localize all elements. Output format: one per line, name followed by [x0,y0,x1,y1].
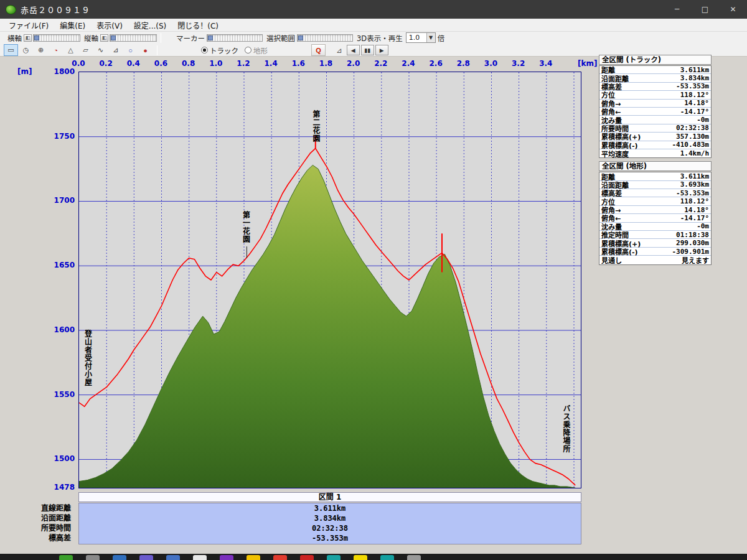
radio-track-radio[interactable] [201,47,208,54]
area-icon: ▱ [83,46,88,54]
menu-item-e[interactable]: 編集(E) [54,19,91,32]
taskbar-icon[interactable] [327,555,341,560]
stats-value: -14.17° [680,108,709,116]
taskbar-icon[interactable] [273,555,287,560]
taskbar-icon[interactable] [247,555,260,560]
speed-select[interactable]: 1.0 ▼ [406,32,436,43]
chart-annotation: 第一花園 [241,211,250,243]
taskbar-icon[interactable] [193,555,207,560]
menu-item-s[interactable]: 設定...(S) [128,19,172,32]
stats-value: 3.611km [680,172,709,180]
elevation-profile-plot[interactable] [78,72,581,488]
wave-button[interactable]: ∿ [93,44,108,56]
haxis-mini-icon[interactable]: ◧ [24,34,32,42]
stats-label: 見通し [601,255,622,265]
stats-value: 14.18° [684,99,709,107]
app-window: 赤岳２００９１９ ─ □ ✕ ファイル(F)編集(E)表示(V)設定...(S)… [0,0,747,560]
vaxis-label: 縦軸 [84,33,98,43]
y-tick-label: 1800 [36,67,75,76]
stats-value: -0m [697,116,709,124]
stamp-button[interactable]: ● [138,44,153,56]
stats-value: 01:18:38 [676,231,709,239]
y-tick-label: 1600 [36,325,75,334]
clock-button[interactable]: ◷ [19,44,33,56]
play-button[interactable]: ▶ [375,45,388,55]
menu-item-c[interactable]: 閉じる！(C) [172,19,224,32]
taskbar-icon[interactable] [220,555,233,560]
title-bar: 赤岳２００９１９ ─ □ ✕ [0,0,747,19]
side-panel: 全区間 (トラック) 距離3.611km沿面距離3.834km標高差-53.35… [599,55,712,553]
x-tick-label: 1.6 [289,59,308,68]
app-icon [6,5,16,14]
compass-icon: ⊕ [38,46,44,54]
pie-button[interactable]: ◔ [49,44,63,56]
x-tick-label: 2.4 [399,59,418,68]
chevron-down-icon[interactable]: ▼ [426,33,435,42]
menu-bar: ファイル(F)編集(E)表示(V)設定...(S)閉じる！(C) [0,19,747,32]
profile-button[interactable]: △ [63,44,78,56]
radio-terrain-radio[interactable] [245,47,251,54]
x-unit-label: [km] [578,59,597,68]
elevation-profile-svg[interactable] [79,72,581,488]
close-button[interactable]: ✕ [719,0,747,19]
y-tick-label: 1478 [36,483,75,492]
minimize-button[interactable]: ─ [663,0,691,19]
taskbar-icon[interactable] [139,555,153,560]
maximize-button[interactable]: □ [691,0,719,19]
speed-value: 1.0 [406,34,426,42]
taskbar-icon[interactable] [166,555,180,560]
marker-erase-button[interactable]: Q [311,44,326,56]
stats-value: 14.18° [684,206,709,214]
taskbar[interactable] [0,554,747,560]
x-tick-label: 3.4 [537,59,555,68]
x-tick-label: 0.2 [96,59,115,68]
x-tick-label: 2.2 [372,59,390,68]
clock-icon: ◷ [23,46,29,54]
stats-row: 標高差-53.353m [599,83,711,91]
stats-value: 118.12° [680,91,709,99]
taskbar-icon[interactable] [354,555,367,560]
x-tick-label: 1.0 [207,59,225,68]
taskbar-icon[interactable] [300,555,314,560]
drop-icon: ○ [128,47,133,54]
track-panel-title: 全区間 (トラック) [599,55,712,65]
slope-icon: ⊿ [113,46,118,54]
drop-button[interactable]: ○ [123,44,138,56]
taskbar-icon[interactable] [86,555,100,560]
marker-slider[interactable] [207,34,263,42]
section-value: 3.611km [79,503,581,513]
selection-slider[interactable] [297,34,353,42]
taskbar-icon[interactable] [407,555,421,560]
step-back-button[interactable]: ◀ [347,45,360,55]
taskbar-icon[interactable] [380,555,394,560]
vaxis-slider[interactable] [110,34,157,42]
menu-item-f[interactable]: ファイル(F) [3,19,54,32]
x-tick-label: 0.4 [124,59,143,68]
section-label: 所要時間 [1,523,71,533]
taskbar-icon[interactable] [113,555,126,560]
haxis-slider[interactable] [33,34,80,42]
section-header: 区間 1 [78,492,581,502]
window-title: 赤岳２００９１９ [21,4,90,16]
y-tick-label: 1750 [36,132,75,141]
terrain-stats-table: 距離3.611km沿面距離3.693km標高差-53.353m方位118.12°… [599,172,712,264]
x-tick-label: 2.8 [454,59,472,68]
stats-value: -53.353m [676,189,709,197]
taskbar-icon[interactable] [59,555,73,560]
pause-button[interactable]: ▮▮ [361,45,374,55]
distance-ruler-icon: ▭ [7,46,14,54]
compass-button[interactable]: ⊕ [34,44,48,56]
speed-unit-label: 倍 [438,33,445,43]
stats-value: 3.611km [680,66,709,74]
stats-value: 02:32:38 [676,124,709,132]
stats-value: 3.834km [680,74,709,82]
vaxis-mini-icon[interactable]: ◧ [100,34,108,42]
area-button[interactable]: ▱ [78,44,93,56]
menu-item-v[interactable]: 表示(V) [91,19,128,32]
distance-ruler-button[interactable]: ▭ [4,44,18,56]
x-tick-label: 0.8 [179,59,198,68]
track-stats-table: 距離3.611km沿面距離3.834km標高差-53.353m方位118.12°… [599,65,712,158]
stamp-icon: ● [143,47,148,54]
x-tick-label: 3.2 [509,59,528,68]
slope-button[interactable]: ⊿ [108,44,123,56]
